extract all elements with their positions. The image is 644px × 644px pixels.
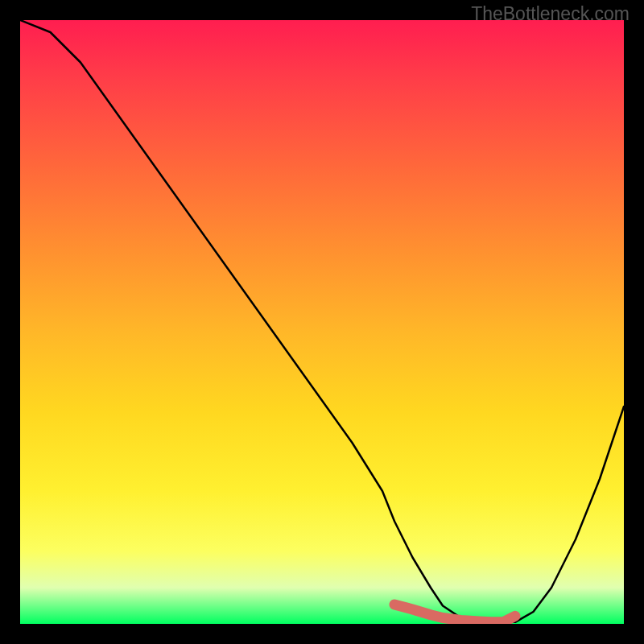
curve-svg xyxy=(20,20,624,624)
bottleneck-curve-line xyxy=(20,20,624,622)
chart-area xyxy=(20,20,624,624)
watermark-text: TheBottleneck.com xyxy=(471,3,630,25)
